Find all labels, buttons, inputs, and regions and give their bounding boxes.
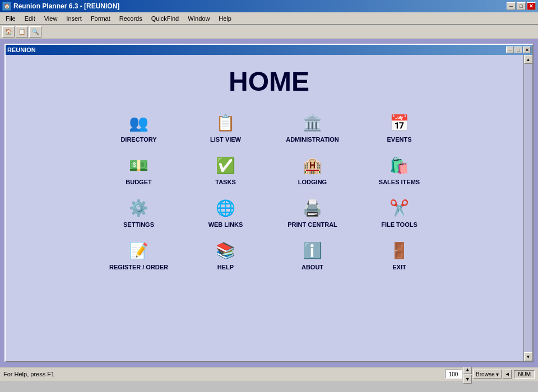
icon-administration[interactable]: 🏛️ADMINISTRATION [269,108,356,146]
scroll-up-button[interactable]: ▲ [524,55,533,64]
icon-file-tools-image: ✂️ [388,197,411,219]
icon-file-tools-label: FILE TOOLS [381,221,418,228]
zoom-input[interactable] [445,370,462,379]
icon-list-view[interactable]: 📋LIST VIEW [182,108,269,146]
zoom-down-button[interactable]: ▼ [463,375,472,384]
icon-sales-items-label: SALES ITEMS [379,179,420,185]
icon-web-links-image: 🌐 [215,197,237,219]
icon-directory-image: 👥 [128,111,150,134]
mdi-title: REUNION [7,46,36,53]
icon-lodging-image: 🏨 [302,154,324,176]
icon-about[interactable]: ℹ️ABOUT [269,236,356,274]
icon-settings-label: SETTINGS [123,221,154,228]
icon-file-tools[interactable]: ✂️FILE TOOLS [356,193,443,231]
mdi-maximize[interactable]: □ [514,46,522,53]
toolbar-btn-2[interactable]: 📋 [16,26,28,38]
scroll-track[interactable] [524,64,533,352]
icon-print-central-image: 🖨️ [302,197,324,219]
title-bar: 🏠 Reunion Planner 6.3 - [REUNION] ─ □ ✕ [0,0,538,12]
browse-button[interactable]: Browse ▾ [473,370,502,379]
icon-tasks[interactable]: ✅TASKS [182,151,269,189]
mdi-title-bar: REUNION ─ □ ✕ [6,45,532,55]
title-buttons: ─ □ ✕ [507,2,536,10]
icon-list-view-image: 📋 [215,111,237,134]
browse-area: ▲ ▼ Browse ▾ ◄ [445,365,512,384]
menu-records[interactable]: Records [115,14,147,23]
num-indicator: NUM [514,370,535,379]
icon-about-label: ABOUT [302,264,323,270]
icon-budget-label: BUDGET [126,179,151,185]
icon-grid: 👥DIRECTORY📋LIST VIEW🏛️ADMINISTRATION📅EVE… [73,102,465,279]
icon-help[interactable]: 📚HELP [182,236,269,274]
mdi-minimize[interactable]: ─ [506,46,514,53]
icon-about-image: ℹ️ [302,239,324,262]
icon-events-label: EVENTS [387,136,411,143]
icon-sales-items[interactable]: 🛍️SALES ITEMS [356,151,443,189]
menu-help[interactable]: Help [214,14,236,23]
menu-format[interactable]: Format [86,14,115,23]
mdi-window: REUNION ─ □ ✕ ▲ ▼ HOME 👥DIRECTORY📋LIST V… [4,44,534,362]
menu-quickfind[interactable]: QuickFind [147,14,184,23]
menu-insert[interactable]: Insert [62,14,86,23]
menu-window[interactable]: Window [183,14,214,23]
menu-view[interactable]: View [40,14,62,23]
icon-lodging[interactable]: 🏨LODGING [269,151,356,189]
content-area: ▲ ▼ HOME 👥DIRECTORY📋LIST VIEW🏛️ADMINISTR… [6,55,532,361]
icon-register-order-label: REGISTER / ORDER [109,264,168,270]
app-icon: 🏠 [2,2,11,11]
toolbar-btn-1[interactable]: 🏠 [2,26,15,38]
icon-register-order[interactable]: 📝REGISTER / ORDER [95,236,182,274]
icon-print-central[interactable]: 🖨️PRINT CENTRAL [269,193,356,231]
close-button[interactable]: ✕ [527,2,536,10]
mdi-container: REUNION ─ □ ✕ ▲ ▼ HOME 👥DIRECTORY📋LIST V… [0,39,538,367]
icon-web-links[interactable]: 🌐WEB LINKS [182,193,269,231]
icon-budget[interactable]: 💵BUDGET [95,151,182,189]
icon-exit-label: EXIT [392,264,406,270]
icon-administration-label: ADMINISTRATION [286,136,339,143]
menu-file[interactable]: File [1,14,20,23]
toolbar-btn-3[interactable]: 🔍 [29,26,41,38]
icon-exit-image: 🚪 [388,239,411,262]
nav-left-button[interactable]: ◄ [503,370,512,379]
minimize-button[interactable]: ─ [507,2,516,10]
mdi-close[interactable]: ✕ [523,46,531,53]
scroll-down-button[interactable]: ▼ [524,352,533,361]
home-title: HOME [6,55,532,102]
icon-list-view-label: LIST VIEW [210,136,241,143]
icon-events[interactable]: 📅EVENTS [356,108,443,146]
icon-sales-items-image: 🛍️ [388,154,411,176]
icon-directory[interactable]: 👥DIRECTORY [95,108,182,146]
help-text: For Help, press F1 [3,371,54,377]
icon-events-image: 📅 [388,111,411,134]
icon-print-central-label: PRINT CENTRAL [287,221,337,228]
app-title: Reunion Planner 6.3 - [REUNION] [13,2,119,10]
icon-settings-image: ⚙️ [128,197,150,219]
icon-budget-image: 💵 [128,154,150,176]
maximize-button[interactable]: □ [517,2,526,10]
menu-edit[interactable]: Edit [20,14,40,23]
icon-directory-label: DIRECTORY [120,136,156,143]
icon-tasks-image: ✅ [215,154,237,176]
icon-register-order-image: 📝 [128,239,150,262]
icon-help-label: HELP [217,264,234,270]
vertical-scrollbar[interactable]: ▲ ▼ [523,55,532,361]
icon-tasks-label: TASKS [215,179,235,185]
bottom-status-bar: For Help, press F1 ▲ ▼ Browse ▾ ◄ NUM [0,367,538,381]
icon-exit[interactable]: 🚪EXIT [356,236,443,274]
menu-bar: File Edit View Insert Format Records Qui… [0,12,538,25]
icon-settings[interactable]: ⚙️SETTINGS [95,193,182,231]
icon-lodging-label: LODGING [298,179,327,185]
icon-help-image: 📚 [215,239,237,262]
icon-administration-image: 🏛️ [302,111,324,134]
toolbar: 🏠 📋 🔍 [0,25,538,39]
icon-web-links-label: WEB LINKS [208,221,243,228]
